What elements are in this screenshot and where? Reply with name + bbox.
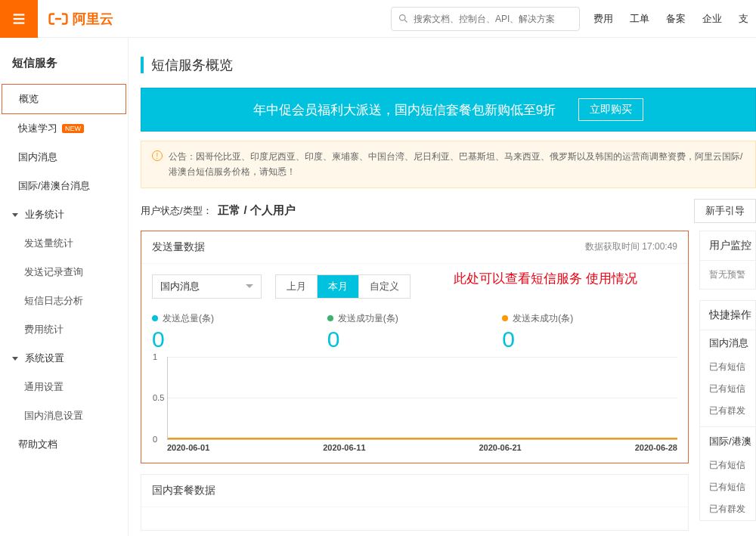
topnav-fee[interactable]: 费用 (593, 12, 613, 26)
global-search[interactable] (391, 7, 580, 31)
sidebar: 短信服务 概览 快速学习 NEW 国内消息 国际/港澳台消息 业务统计 发送量统… (0, 38, 129, 536)
period-tabs: 上月 本月 自定义 (275, 274, 411, 299)
topnav-enterprise[interactable]: 企业 (702, 12, 722, 26)
title-accent-bar (141, 57, 144, 73)
monitor-card: 用户监控 暂无预警 (699, 231, 756, 290)
page-title: 短信服务概览 (151, 56, 233, 74)
notice-bar: ! 公告：因哥伦比亚、印度尼西亚、印度、柬埔寨、中国台湾、尼日利亚、巴基斯坦、马… (141, 141, 756, 188)
package-card: 国内套餐数据 (141, 474, 689, 531)
dot-icon (152, 315, 158, 321)
xtick: 2020-06-28 (635, 443, 677, 452)
quick-sec-domestic: 国内消息 (700, 330, 755, 356)
chevron-down-icon (12, 357, 18, 361)
annotation-text: 此处可以查看短信服务 使用情况 (454, 270, 637, 287)
brand-text: 阿里云 (73, 10, 113, 28)
topnav-ticket[interactable]: 工单 (630, 12, 649, 26)
sidebar-sub-send-stats[interactable]: 发送量统计 (0, 229, 128, 258)
promo-buy-button[interactable]: 立即购买 (578, 98, 643, 121)
user-status: 用户状态/类型： 正常 / 个人用户 (141, 203, 296, 218)
menu-toggle[interactable] (0, 0, 38, 38)
chevron-down-icon (246, 284, 253, 288)
tab-last-month[interactable]: 上月 (276, 275, 317, 298)
quick-link[interactable]: 已有群发 (700, 400, 755, 422)
tab-custom[interactable]: 自定义 (358, 275, 410, 298)
quick-link[interactable]: 已有短信 (700, 476, 755, 498)
sidebar-sub-general-settings[interactable]: 通用设置 (0, 373, 128, 401)
chevron-down-icon (12, 213, 18, 217)
monitor-empty: 暂无预警 (700, 261, 755, 289)
data-fetch-time: 数据获取时间 17:00:49 (585, 240, 677, 253)
sidebar-item-overview[interactable]: 概览 (2, 84, 126, 114)
quick-link[interactable]: 已有群发 (700, 498, 755, 520)
ytick: 0 (153, 435, 157, 444)
ytick: 0.5 (153, 393, 164, 402)
sidebar-sub-send-records[interactable]: 发送记录查询 (0, 258, 128, 287)
newbie-guide-button[interactable]: 新手引导 (694, 199, 756, 223)
aliyun-logo-icon (48, 9, 68, 29)
sidebar-item-domestic[interactable]: 国内消息 (0, 143, 128, 172)
brand-logo[interactable]: 阿里云 (48, 9, 113, 29)
quick-link[interactable]: 已有短信 (700, 378, 755, 400)
notice-text: 公告：因哥伦比亚、印度尼西亚、印度、柬埔寨、中国台湾、尼日利亚、巴基斯坦、马来西… (169, 149, 745, 180)
quick-link[interactable]: 已有短信 (700, 454, 755, 476)
dot-icon (502, 315, 508, 321)
ytick: 1 (153, 352, 157, 361)
metric-total: 发送总量(条) 0 (152, 312, 327, 352)
metric-success: 发送成功量(条) 0 (327, 312, 503, 352)
quick-sec-intl: 国际/港澳 (700, 426, 755, 454)
sidebar-item-intl[interactable]: 国际/港澳台消息 (0, 172, 128, 200)
topnav-icp[interactable]: 备案 (666, 12, 686, 26)
sidebar-group-stats[interactable]: 业务统计 (0, 200, 128, 229)
quick-title: 快捷操作 (700, 301, 755, 330)
tab-this-month[interactable]: 本月 (317, 275, 358, 298)
quick-link[interactable]: 已有短信 (700, 356, 755, 378)
sidebar-title: 短信服务 (0, 45, 128, 84)
metrics-row: 发送总量(条) 0 发送成功量(条) 0 发送未成功(条) 0 (141, 309, 688, 357)
quick-ops-card: 快捷操作 国内消息 已有短信 已有短信 已有群发 国际/港澳 已有短信 已有短信… (699, 300, 756, 521)
sidebar-group-settings[interactable]: 系统设置 (0, 344, 128, 373)
send-stats-card: 发送量数据 数据获取时间 17:00:49 国内消息 上月 本月 自定义 (141, 231, 689, 463)
topnav-support[interactable]: 支 (739, 12, 748, 26)
monitor-title: 用户监控 (700, 231, 755, 261)
send-chart: 1 0.5 0 2020-06-01 2020-06-11 2020-06-21… (141, 357, 688, 463)
top-nav: 费用 工单 备案 企业 支 (593, 12, 748, 26)
sidebar-sub-log-analysis[interactable]: 短信日志分析 (0, 287, 128, 315)
svg-line-5 (404, 20, 407, 22)
sidebar-item-quickstart[interactable]: 快速学习 NEW (0, 114, 128, 143)
info-icon: ! (152, 150, 163, 161)
xtick: 2020-06-11 (323, 443, 365, 452)
send-card-title: 发送量数据 (152, 240, 205, 254)
message-type-select[interactable]: 国内消息 (152, 274, 262, 299)
search-icon (398, 13, 409, 24)
promo-text: 年中促会员福利大派送，国内短信套餐包新购低至9折 (253, 101, 556, 119)
search-input[interactable] (414, 14, 573, 24)
xtick: 2020-06-21 (479, 443, 521, 452)
chart-series-line (168, 438, 677, 439)
sidebar-sub-domestic-settings[interactable]: 国内消息设置 (0, 401, 128, 430)
svg-point-4 (400, 15, 406, 21)
hamburger-icon (11, 11, 27, 27)
sidebar-item-help[interactable]: 帮助文档 (0, 430, 128, 459)
new-badge: NEW (62, 124, 84, 133)
xtick: 2020-06-01 (167, 443, 209, 452)
promo-banner: 年中促会员福利大派送，国内短信套餐包新购低至9折 立即购买 (141, 88, 756, 132)
sidebar-sub-fee-stats[interactable]: 费用统计 (0, 315, 128, 344)
metric-fail: 发送未成功(条) 0 (502, 312, 677, 352)
dot-icon (327, 315, 333, 321)
package-card-title: 国内套餐数据 (152, 484, 215, 497)
